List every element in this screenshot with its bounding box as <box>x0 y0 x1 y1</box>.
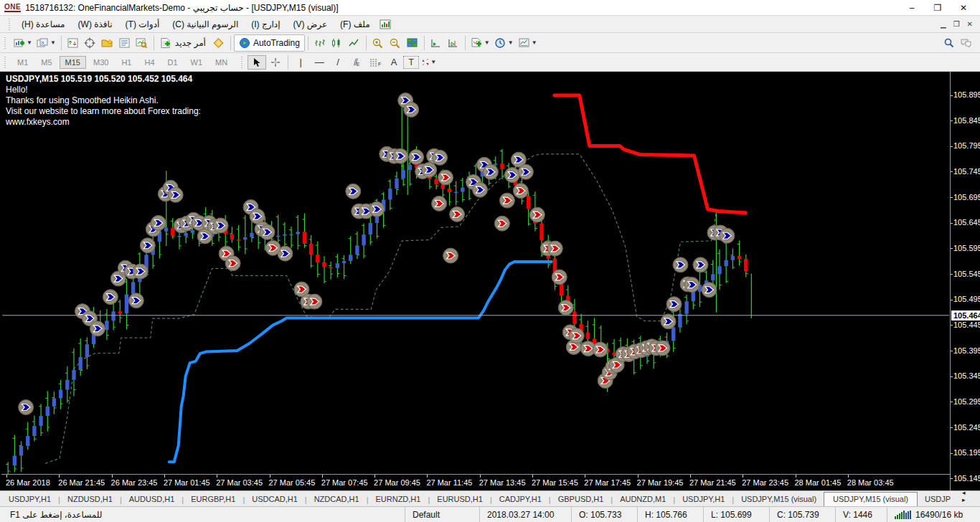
timeframe-h4[interactable]: H4 <box>138 56 160 69</box>
zoom-out-button[interactable] <box>387 34 404 52</box>
chart-window-icon[interactable] <box>380 19 392 30</box>
chart-tab[interactable]: USDJPY,M15 (visual) <box>824 492 918 507</box>
time-tick <box>585 475 585 478</box>
close-icon[interactable]: ✕ <box>957 3 970 13</box>
timeframe-d1[interactable]: D1 <box>162 56 184 69</box>
menu-item[interactable]: ملف (F) <box>334 17 377 32</box>
chart-tab[interactable]: USDJPY,M15 (visual) <box>734 493 824 506</box>
chat-button[interactable] <box>957 34 974 52</box>
time-tick <box>164 475 165 478</box>
horizontal-line-tool-button[interactable]: — <box>310 55 329 70</box>
text-tool-button[interactable]: A <box>385 55 403 70</box>
timeframe-m5[interactable]: M5 <box>35 56 57 69</box>
menu-item[interactable]: أدوات (T) <box>119 17 166 32</box>
price-axis[interactable]: 105.895105.845105.795105.745105.695105.6… <box>950 72 980 490</box>
status-template[interactable]: Default <box>405 507 479 522</box>
chart-tab[interactable]: EURUSD,H1 <box>430 493 490 506</box>
timeframe-m1[interactable]: M1 <box>11 56 34 69</box>
chevron-down-icon[interactable]: ▼ <box>532 39 537 46</box>
chart-tab[interactable]: AUDUSD,H1 <box>122 493 182 506</box>
tab-scroll-arrows[interactable]: ◂ ▸ <box>958 489 979 506</box>
timeframe-w1[interactable]: W1 <box>185 56 209 69</box>
auto-scroll-button[interactable] <box>428 34 445 52</box>
menu-item[interactable]: عرض (V) <box>286 17 334 32</box>
time-axis-label: 28 Mar 01:45 <box>795 478 842 487</box>
chart-tab[interactable]: USDJP <box>918 493 958 506</box>
chevron-down-icon[interactable]: ▼ <box>484 39 490 46</box>
trendline-tool-button[interactable]: / <box>329 55 347 70</box>
market-watch-button[interactable] <box>65 34 82 52</box>
time-tick <box>270 475 270 478</box>
fibonacci-tool-button[interactable]: F <box>366 55 385 70</box>
chevron-down-icon[interactable]: ▼ <box>508 39 514 46</box>
chart-tab[interactable]: AUDNZD,M1 <box>613 493 673 506</box>
autotrading-button[interactable]: AutoTrading <box>234 34 305 52</box>
channel-tool-button[interactable]: ⫽E <box>347 55 366 70</box>
indicators-button[interactable]: ▼ <box>468 34 492 52</box>
chart-tab[interactable]: GBPUSD,H1 <box>551 493 611 506</box>
chart-header: USDJPY,M15 105.519 105.520 105.452 105.4… <box>6 74 201 85</box>
chart-tab[interactable]: CADJPY,H1 <box>492 493 549 506</box>
chart-tab[interactable]: EURGBP,H1 <box>184 493 242 506</box>
chart-tab[interactable]: EURNZD,H1 <box>368 493 428 506</box>
timeframe-h1[interactable]: H1 <box>116 56 137 69</box>
price-axis-label: 105.645 <box>953 218 980 227</box>
chart-tab[interactable]: NZDUSD,H1 <box>60 493 120 506</box>
cursor-tool-button[interactable] <box>248 55 266 70</box>
chart-window[interactable]: USDJPY,M15 105.519 105.520 105.452 105.4… <box>0 72 980 490</box>
profiles-button[interactable]: ▼ <box>34 34 58 52</box>
timeframe-mn[interactable]: MN <box>209 56 233 69</box>
text-label-tool-button[interactable]: T <box>403 56 419 69</box>
data-window-button[interactable] <box>82 34 99 52</box>
navigator-button[interactable] <box>99 34 116 52</box>
chart-shift-button[interactable] <box>445 34 462 52</box>
child-window-control-icon[interactable]: ❐ <box>953 20 960 28</box>
terminal-button[interactable] <box>116 34 133 52</box>
time-axis-label: 27 Mar 23:45 <box>742 478 788 487</box>
timeframe-m15[interactable]: M15 <box>60 56 86 69</box>
chart-tab[interactable]: USDJPY,H1 <box>1 493 58 506</box>
chart-tab[interactable]: USDJPY,H1 <box>675 493 732 506</box>
strategy-tester-button[interactable] <box>133 34 151 52</box>
time-tick <box>112 475 113 478</box>
child-window-control-icon[interactable]: ▁ <box>941 20 946 28</box>
chart-tab[interactable]: NZDCAD,H1 <box>307 493 367 506</box>
bar-chart-mode-button[interactable] <box>311 34 329 52</box>
menu-item[interactable]: الرسوم البيانية (C) <box>166 17 245 32</box>
menu-item[interactable]: إدارج (I) <box>245 17 286 32</box>
time-axis[interactable]: 26 Mar 201826 Mar 21:4526 Mar 23:4527 Ma… <box>1 475 950 490</box>
chart-tab[interactable]: USDCAD,H1 <box>245 493 305 506</box>
templates-button[interactable]: ▼ <box>516 34 540 52</box>
minimize-icon[interactable]: – <box>905 3 918 13</box>
child-window-control-icon[interactable]: ✕ <box>967 20 973 28</box>
menu-item[interactable]: مساعدة (H) <box>15 17 72 32</box>
search-button[interactable] <box>940 34 957 52</box>
line-chart-mode-button[interactable] <box>346 34 363 52</box>
price-tick <box>951 171 953 172</box>
candlestick-mode-button[interactable] <box>329 34 346 52</box>
periods-button[interactable]: ▼ <box>492 34 516 52</box>
new-order-button[interactable]: أمر جديد <box>157 34 210 52</box>
time-axis-label: 27 Mar 13:45 <box>479 478 526 487</box>
time-tick <box>480 475 481 478</box>
timeframe-m30[interactable]: M30 <box>88 56 114 69</box>
traffic-text: 16490/16 kb <box>915 510 963 520</box>
chevron-down-icon[interactable]: ▼ <box>50 39 56 46</box>
vertical-line-tool-button[interactable]: | <box>291 55 310 70</box>
new-chart-button[interactable]: ▼ <box>11 34 34 52</box>
tile-windows-button[interactable] <box>404 34 421 52</box>
menu-drag-handle <box>9 19 12 30</box>
menu-item[interactable]: نافذة (W) <box>72 17 119 32</box>
price-tick <box>951 274 953 275</box>
price-tick <box>951 197 953 198</box>
arrows-tool-button[interactable]: ▼ <box>419 55 438 70</box>
metaeditor-button[interactable] <box>210 34 227 52</box>
maximize-icon[interactable]: ❐ <box>931 3 944 13</box>
chevron-down-icon[interactable]: ▼ <box>430 59 436 65</box>
chevron-down-icon[interactable]: ▼ <box>27 39 32 46</box>
zoom-in-button[interactable] <box>369 34 387 52</box>
crosshair-tool-button[interactable] <box>266 55 285 70</box>
chart-plot-area[interactable] <box>1 72 950 475</box>
toolbar-drag-handle <box>4 37 8 49</box>
time-tick <box>217 475 217 478</box>
